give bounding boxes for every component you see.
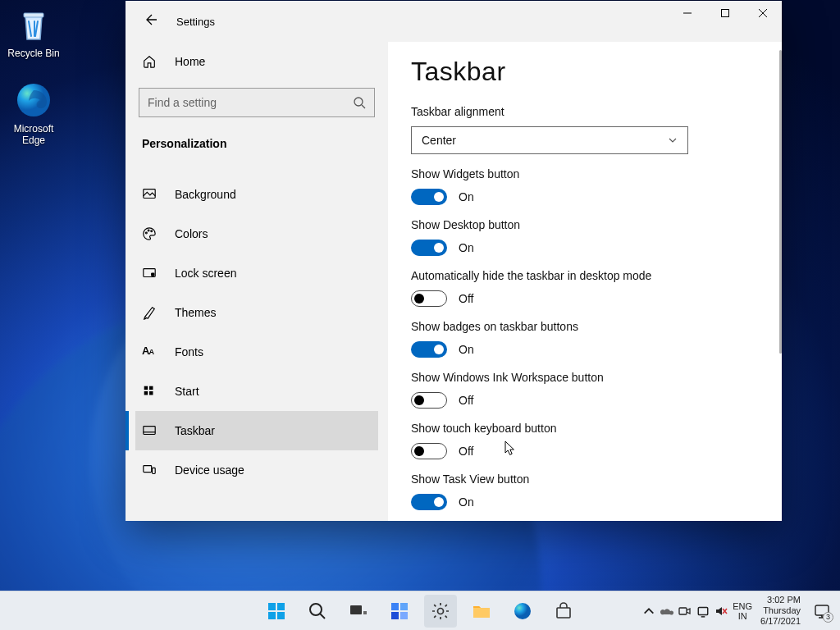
svg-rect-26 bbox=[391, 612, 399, 619]
scrollbar[interactable] bbox=[779, 50, 782, 354]
svg-rect-0 bbox=[24, 13, 43, 17]
setting-label-alignment: Taskbar alignment bbox=[411, 105, 759, 118]
toggle-state: Off bbox=[459, 394, 473, 407]
sidebar-item-fonts[interactable]: AA Fonts bbox=[135, 332, 378, 372]
svg-rect-24 bbox=[391, 603, 399, 610]
setting-label: Show badges on taskbar buttons bbox=[411, 320, 759, 333]
taskbar-edge[interactable] bbox=[506, 595, 539, 628]
taskbar-store[interactable] bbox=[547, 595, 580, 628]
close-button[interactable] bbox=[744, 1, 782, 25]
tray-clock[interactable]: 3:02 PM Thursday 6/17/2021 bbox=[757, 595, 804, 627]
settings-sidebar: Home Personalization Background Colors bbox=[126, 42, 388, 521]
taskbar-task-view[interactable] bbox=[342, 595, 375, 628]
start-button[interactable] bbox=[260, 595, 293, 628]
toggle-state: Off bbox=[459, 445, 473, 458]
sidebar-item-lock-screen[interactable]: Lock screen bbox=[135, 253, 378, 293]
alignment-dropdown[interactable]: Center bbox=[411, 126, 688, 154]
sidebar-section-title: Personalization bbox=[135, 117, 378, 160]
sidebar-item-label: Themes bbox=[175, 306, 217, 319]
search-input[interactable] bbox=[148, 96, 353, 109]
search-icon bbox=[353, 96, 366, 109]
setting-label: Show Widgets button bbox=[411, 167, 759, 180]
sidebar-item-start[interactable]: Start bbox=[135, 372, 378, 411]
sidebar-item-label: Device usage bbox=[175, 463, 244, 477]
svg-rect-25 bbox=[400, 603, 408, 610]
svg-rect-22 bbox=[350, 605, 362, 614]
nav-home[interactable]: Home bbox=[135, 42, 378, 81]
desktop-icon-label: Recycle Bin bbox=[2, 48, 65, 59]
svg-rect-16 bbox=[153, 468, 156, 473]
taskbar-settings[interactable] bbox=[424, 595, 457, 628]
toggle-task-view[interactable] bbox=[411, 494, 447, 510]
taskbar-search[interactable] bbox=[301, 595, 334, 628]
sidebar-item-label: Fonts bbox=[175, 345, 203, 358]
svg-rect-18 bbox=[277, 603, 285, 610]
taskbar-widgets[interactable] bbox=[383, 595, 416, 628]
sidebar-item-taskbar[interactable]: Taskbar bbox=[135, 411, 378, 450]
svg-rect-2 bbox=[722, 10, 729, 17]
sidebar-item-label: Colors bbox=[175, 227, 208, 240]
sidebar-item-background[interactable]: Background bbox=[135, 175, 378, 214]
svg-rect-14 bbox=[144, 427, 155, 435]
svg-rect-20 bbox=[277, 612, 285, 619]
taskbar-center bbox=[260, 595, 580, 628]
tray-language[interactable]: ENG IN bbox=[733, 601, 752, 621]
nav-home-label: Home bbox=[175, 55, 205, 68]
svg-point-5 bbox=[146, 232, 148, 234]
minimize-button[interactable] bbox=[669, 1, 706, 25]
dropdown-value: Center bbox=[422, 134, 456, 147]
system-tray: ENG IN 3:02 PM Thursday 6/17/2021 3 bbox=[642, 591, 835, 630]
search-box[interactable] bbox=[139, 88, 375, 117]
sidebar-item-label: Start bbox=[175, 385, 199, 398]
desktop-icon-edge[interactable]: Microsoft Edge bbox=[2, 80, 65, 146]
taskbar-file-explorer[interactable] bbox=[465, 595, 498, 628]
setting-label: Automatically hide the taskbar in deskto… bbox=[411, 269, 759, 282]
toggle-badges[interactable] bbox=[411, 341, 447, 358]
settings-panel: Taskbar Taskbar alignment Center Show Wi… bbox=[388, 42, 782, 521]
svg-rect-32 bbox=[699, 607, 708, 614]
maximize-button[interactable] bbox=[706, 1, 744, 25]
tray-network-icon[interactable] bbox=[696, 605, 710, 618]
window-titlebar[interactable]: Settings bbox=[126, 1, 782, 42]
sidebar-item-device-usage[interactable]: Device usage bbox=[135, 450, 378, 490]
desktop-icon-recycle-bin[interactable]: Recycle Bin bbox=[2, 5, 65, 59]
toggle-desktop-button[interactable] bbox=[411, 240, 447, 256]
window-title: Settings bbox=[176, 16, 215, 28]
svg-point-7 bbox=[151, 231, 153, 232]
toggle-state: On bbox=[459, 190, 474, 203]
fonts-icon: AA bbox=[142, 345, 157, 359]
settings-window: Settings Home Personalization Background bbox=[126, 1, 782, 521]
toggle-ink-workspace[interactable] bbox=[411, 392, 447, 409]
tray-meet-now-icon[interactable] bbox=[678, 605, 692, 618]
sidebar-item-label: Background bbox=[175, 188, 236, 201]
tray-chevron-up-icon[interactable] bbox=[642, 605, 655, 618]
toggle-widgets[interactable] bbox=[411, 189, 447, 205]
sidebar-item-themes[interactable]: Themes bbox=[135, 293, 378, 332]
svg-rect-15 bbox=[144, 466, 152, 472]
setting-label: Show touch keyboard button bbox=[411, 422, 759, 435]
svg-rect-12 bbox=[144, 391, 148, 395]
svg-rect-19 bbox=[268, 612, 276, 619]
chevron-down-icon bbox=[668, 135, 678, 145]
svg-rect-27 bbox=[400, 612, 408, 619]
svg-point-21 bbox=[310, 604, 322, 615]
tray-volume-muted-icon[interactable] bbox=[714, 605, 728, 618]
svg-point-3 bbox=[354, 98, 363, 106]
sidebar-item-label: Lock screen bbox=[175, 267, 236, 280]
svg-rect-31 bbox=[679, 608, 687, 614]
toggle-state: On bbox=[459, 343, 474, 356]
toggle-auto-hide[interactable] bbox=[411, 290, 447, 307]
toggle-touch-keyboard[interactable] bbox=[411, 443, 447, 459]
tray-notifications[interactable]: 3 bbox=[809, 598, 835, 624]
svg-point-28 bbox=[438, 608, 444, 614]
svg-point-6 bbox=[148, 230, 149, 231]
back-button[interactable] bbox=[145, 13, 158, 30]
notification-badge: 3 bbox=[823, 612, 833, 623]
tray-onedrive-icon[interactable] bbox=[660, 605, 673, 618]
sidebar-item-colors[interactable]: Colors bbox=[135, 214, 378, 253]
setting-label: Show Windows Ink Workspace button bbox=[411, 371, 759, 384]
toggle-state: On bbox=[459, 495, 474, 509]
svg-rect-10 bbox=[144, 386, 148, 390]
recycle-bin-icon bbox=[14, 5, 53, 44]
svg-rect-17 bbox=[268, 603, 276, 610]
